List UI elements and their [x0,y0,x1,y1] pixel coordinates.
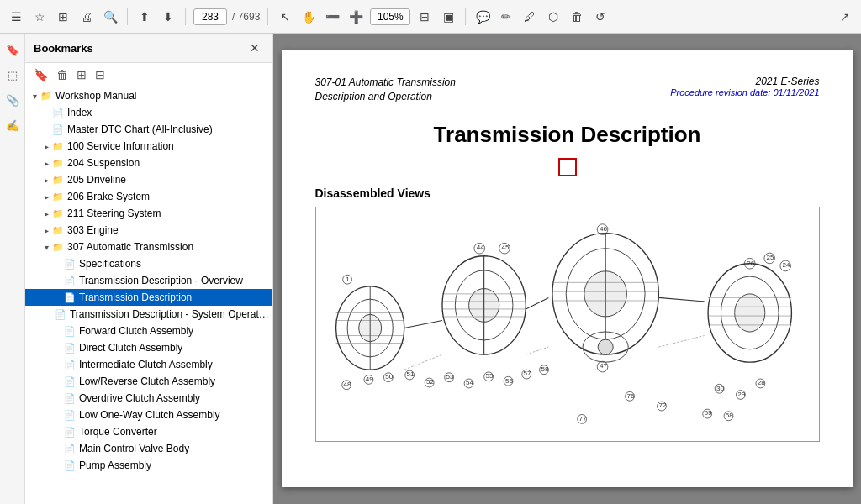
prev-page-icon[interactable]: ⬆ [135,8,154,26]
pdf-section-title: Disassembled Views [315,186,820,200]
tree-toggle[interactable]: ▸ [40,226,52,235]
tree-item-pump-assembly[interactable]: 📄Pump Assembly [25,457,272,474]
fit-width-icon[interactable]: ⊟ [415,8,434,26]
tree-item-307-auto-trans[interactable]: ▾📁307 Automatic Transmission [25,239,272,255]
collapse-all-icon[interactable]: ⊟ [93,66,107,83]
tree-item-icon: 📄 [64,276,76,286]
tree-item-index[interactable]: 📄Index [25,104,272,121]
tree-toggle[interactable]: ▸ [40,176,52,185]
share-icon[interactable]: ↗ [836,8,854,26]
tree-item-low-one-way[interactable]: 📄Low One-Way Clutch Assembly [25,407,272,423]
tree-item-icon: 📄 [64,292,76,303]
print-icon[interactable]: 🖨 [77,8,96,26]
tree-item-master-dtc[interactable]: 📄Master DTC Chart (All-Inclusive) [25,121,272,138]
tree-item-205-driveline[interactable]: ▸📁205 Driveline [25,171,272,188]
tree-toggle[interactable]: ▸ [40,142,52,151]
tree-item-icon: 📁 [52,242,64,253]
close-bookmarks-icon[interactable]: ✕ [246,39,264,57]
tree-item-label: 211 Steering System [67,207,161,219]
tree-item-206-brake[interactable]: ▸📁206 Brake System [25,188,272,205]
cursor-tool-icon[interactable]: ↖ [276,8,294,26]
tree-item-specifications[interactable]: 📄Specifications [25,255,272,272]
delete-icon[interactable]: 🗑 [568,8,586,26]
panel-layers-icon[interactable]: ⬚ [3,66,22,84]
tree-item-forward-clutch[interactable]: 📄Forward Clutch Assembly [25,323,272,339]
pdf-header-subtitle: Description and Operation [315,90,456,104]
tree-item-trans-desc[interactable]: 📄Transmission Description [25,289,272,306]
pdf-page: 307-01 Automatic Transmission Descriptio… [282,50,853,487]
tree-item-211-steering[interactable]: ▸📁211 Steering System [25,205,272,222]
tree-item-label: Overdrive Clutch Assembly [79,392,200,404]
zoom-in-icon[interactable]: ➕ [346,8,365,26]
tree-item-label: Master DTC Chart (All-Inclusive) [67,123,213,135]
sep2 [185,8,186,25]
tree-item-label: Direct Clutch Assembly [79,342,182,354]
pdf-area[interactable]: 307-01 Automatic Transmission Descriptio… [273,34,861,504]
svg-text:26: 26 [747,259,755,266]
next-page-icon[interactable]: ⬇ [159,8,177,26]
pdf-revision[interactable]: Procedure revision date: 01/11/2021 [670,87,819,97]
tree-item-low-reverse-clutch[interactable]: 📄Low/Reverse Clutch Assembly [25,373,272,390]
tree-item-label: Transmission Description - Overview [79,275,243,286]
bookmarks-panel: Bookmarks ✕ 🔖 🗑 ⊞ ⊟ ▾📁Workshop Manual📄In… [25,34,273,504]
pdf-header: 307-01 Automatic Transmission Descriptio… [315,76,820,108]
tree-item-icon: 📁 [52,175,64,186]
tree-item-trans-desc-system[interactable]: 📄Transmission Description - System Opera… [25,306,272,323]
tree-item-direct-clutch[interactable]: 📄Direct Clutch Assembly [25,339,272,356]
tree-item-label: Forward Clutch Assembly [79,325,193,337]
tree-item-workshop-manual[interactable]: ▾📁Workshop Manual [25,87,272,104]
tree-item-label: Low One-Way Clutch Assembly [79,409,220,421]
tree-item-icon: 📄 [52,108,64,118]
tree-item-icon: 📁 [52,158,64,169]
tree-item-torque-converter[interactable]: 📄Torque Converter [25,423,272,440]
missing-image-indicator [558,158,577,176]
svg-text:1: 1 [346,275,350,282]
tree-item-303-engine[interactable]: ▸📁303 Engine [25,222,272,239]
tree-item-icon: 📄 [64,460,76,471]
bookmark-icon[interactable]: ☆ [30,8,49,26]
tree-item-label: Low/Reverse Clutch Assembly [79,375,215,387]
fit-page-icon[interactable]: ▣ [439,8,457,26]
tree-toggle[interactable]: ▸ [40,209,52,218]
search-icon[interactable]: 🔍 [101,8,119,26]
tree-item-label: Torque Converter [79,426,157,438]
tree-item-main-control[interactable]: 📄Main Control Valve Body [25,440,272,457]
svg-point-34 [598,339,613,354]
expand-all-icon[interactable]: ⊞ [75,66,88,83]
tree-item-trans-desc-overview[interactable]: 📄Transmission Description - Overview [25,272,272,289]
panel-bookmarks-icon[interactable]: 🔖 [3,40,22,59]
tree-item-label: 204 Suspension [67,157,140,169]
bookmark-delete-icon[interactable]: 🗑 [55,66,70,83]
tree-item-label: Intermediate Clutch Assembly [79,359,213,370]
tree-item-100-service[interactable]: ▸📁100 Service Information [25,138,272,155]
thumbs-icon[interactable]: ⊞ [54,8,72,26]
pdf-header-right: 2021 E-Series Procedure revision date: 0… [670,76,819,97]
tree-item-label: 206 Brake System [67,191,150,202]
zoom-out-icon[interactable]: ➖ [323,8,341,26]
comment-icon[interactable]: 💬 [473,8,492,26]
shape-icon[interactable]: ⬡ [544,8,563,26]
tree-item-overdrive-clutch[interactable]: 📄Overdrive Clutch Assembly [25,390,272,407]
tree-toggle[interactable]: ▸ [40,159,52,168]
hand-tool-icon[interactable]: ✋ [299,8,318,26]
tree-item-204-suspension[interactable]: ▸📁204 Suspension [25,155,272,171]
sep4 [465,8,466,25]
tree-item-label: 205 Driveline [67,174,126,186]
panel-signatures-icon[interactable]: ✍ [3,116,22,134]
sidebar-toggle-icon[interactable]: ☰ [7,8,25,26]
tree-toggle[interactable]: ▸ [40,192,52,202]
highlight-icon[interactable]: 🖊 [520,8,539,26]
tree-toggle[interactable]: ▾ [40,243,52,252]
tree-item-icon: 📄 [64,410,76,421]
tree-item-icon: 📁 [52,208,64,219]
undo-icon[interactable]: ↺ [591,8,610,26]
bookmark-add-icon[interactable]: 🔖 [32,66,50,83]
zoom-input[interactable] [370,8,410,25]
panel-attachments-icon[interactable]: 📎 [3,91,22,109]
tree-item-icon: 📄 [64,259,76,270]
tree-item-intermediate-clutch[interactable]: 📄Intermediate Clutch Assembly [25,356,272,373]
pen-icon[interactable]: ✏ [497,8,515,26]
tree-item-label: Pump Assembly [79,459,151,471]
page-number-input[interactable] [193,8,227,25]
tree-toggle[interactable]: ▾ [29,92,40,101]
